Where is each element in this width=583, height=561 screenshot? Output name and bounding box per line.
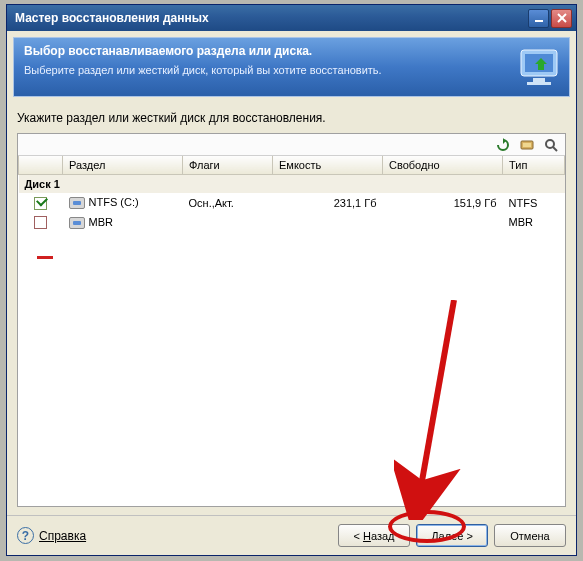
row-flags: Осн.,Акт. [183,193,273,213]
banner-title: Выбор восстанавливаемого раздела или дис… [24,44,559,58]
col-type[interactable]: Тип [503,156,565,175]
row-capacity: 231,1 Гб [273,193,383,213]
svg-rect-6 [527,82,551,85]
col-flags[interactable]: Флаги [183,156,273,175]
volume-icon [69,217,85,229]
row-checkbox[interactable] [34,216,47,229]
table-toolbar [18,134,565,156]
col-partition[interactable]: Раздел [63,156,183,175]
volume-icon [69,197,85,209]
svg-line-10 [553,147,557,151]
col-checkbox[interactable] [19,156,63,175]
minimize-button[interactable] [528,9,549,28]
table-row[interactable]: MBR MBR [19,213,565,233]
help-icon: ? [17,527,34,544]
row-checkbox[interactable] [34,197,47,210]
row-type: NTFS [503,193,565,213]
partition-table-wrap: Раздел Флаги Емкость Свободно Тип Диск 1… [17,133,566,507]
search-icon[interactable] [543,137,559,153]
disk-group-label: Диск 1 [19,175,565,194]
banner-subtitle: Выберите раздел или жесткий диск, которы… [24,64,559,76]
footer: ? Справка < Назад Далее > Отмена [7,515,576,555]
row-free: 151,9 Гб [383,193,503,213]
row-free [383,213,503,233]
instruction-text: Укажите раздел или жесткий диск для восс… [17,111,566,125]
svg-rect-8 [523,143,531,147]
table-header-row: Раздел Флаги Емкость Свободно Тип [19,156,565,175]
content-area: Укажите раздел или жесткий диск для восс… [7,103,576,515]
help-link[interactable]: ? Справка [17,527,86,544]
banner: Выбор восстанавливаемого раздела или дис… [13,37,570,97]
row-name: NTFS (C:) [89,196,139,208]
disk-group-row[interactable]: Диск 1 [19,175,565,194]
monitor-icon [515,44,563,92]
drive-tool-icon[interactable] [519,137,535,153]
close-button[interactable] [551,9,572,28]
col-free[interactable]: Свободно [383,156,503,175]
help-label: Справка [39,529,86,543]
partition-table: Раздел Флаги Емкость Свободно Тип Диск 1… [18,156,565,232]
titlebar: Мастер восстановления данных [7,5,576,31]
table-row[interactable]: NTFS (C:) Осн.,Акт. 231,1 Гб 151,9 Гб NT… [19,193,565,213]
annotation-underline [37,256,53,259]
back-button[interactable]: < Назад [338,524,410,547]
row-capacity [273,213,383,233]
window-title: Мастер восстановления данных [15,11,209,25]
row-flags [183,213,273,233]
col-capacity[interactable]: Емкость [273,156,383,175]
refresh-icon[interactable] [495,137,511,153]
row-name: MBR [89,216,113,228]
next-button[interactable]: Далее > [416,524,488,547]
wizard-window: Мастер восстановления данных Выбор восст… [6,4,577,556]
cancel-button[interactable]: Отмена [494,524,566,547]
svg-point-9 [546,140,554,148]
row-type: MBR [503,213,565,233]
svg-rect-5 [533,78,545,82]
